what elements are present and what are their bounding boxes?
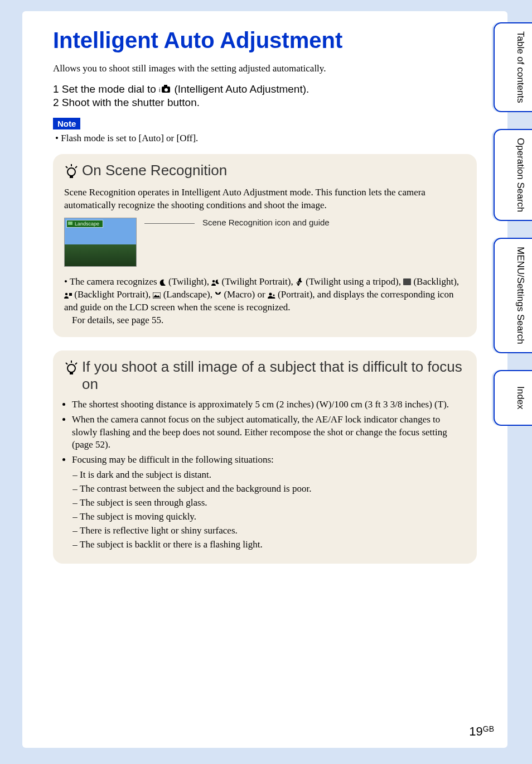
scene-example-row: Landscape Scene Recognition icon and gui… [64, 218, 466, 267]
backlight-icon [403, 278, 411, 285]
rec-detail: For details, see page 55. [64, 314, 163, 327]
svg-point-11 [65, 293, 67, 295]
rec-ls: (Landscape), [163, 289, 215, 300]
tip2-s4: The subject is moving quickly. [80, 511, 466, 523]
tip2-bullets: The shortest shooting distance is approx… [64, 398, 466, 551]
svg-rect-5 [70, 175, 73, 178]
tab-index[interactable]: Index [494, 370, 532, 426]
macro-icon [215, 291, 221, 299]
tip2-b3: Focusing may be difficult in the followi… [72, 454, 466, 551]
side-tabs: Table of contents Operation Search MENU/… [494, 22, 532, 426]
leader-line [144, 223, 195, 231]
step-1-pre: 1 Set the mode dial to [53, 83, 159, 95]
svg-point-10 [297, 281, 299, 282]
tip2-b1: The shortest shooting distance is approx… [72, 398, 466, 411]
svg-point-14 [269, 292, 272, 295]
rec-tw: (Twilight), [168, 276, 211, 287]
tip-difficult-focus: If you shoot a still image of a subject … [53, 350, 477, 564]
rec-pre: • The camera recognizes [64, 276, 159, 287]
tip2-s1: It is dark and the subject is distant. [80, 469, 466, 482]
svg-rect-13 [153, 292, 161, 299]
tip2-heading: If you shoot a still image of a subject … [82, 358, 466, 393]
intro-text: Allows you to shoot still images with th… [53, 63, 477, 74]
lightbulb-icon [64, 361, 79, 377]
svg-point-16 [67, 364, 75, 372]
page-number-value: 19 [469, 724, 482, 738]
tab-operation-search[interactable]: Operation Search [494, 129, 532, 221]
svg-point-2 [165, 88, 168, 92]
svg-rect-1 [164, 85, 167, 87]
tip2-b2: When the camera cannot focus on the subj… [72, 414, 466, 452]
scene-caption: Scene Recognition icon and guide [202, 218, 330, 227]
note-text: • Flash mode is set to [Auto] or [Off]. [53, 133, 477, 144]
twilight-tripod-icon [296, 278, 303, 286]
tip2-s2: The contrast between the subject and the… [80, 483, 466, 496]
svg-line-19 [66, 363, 67, 364]
tip1-heading-row: On Scene Recognition [64, 162, 466, 181]
tip2-s6: The subject is backlit or there is a fla… [80, 539, 466, 551]
tip1-recognizes: • The camera recognizes (Twilight), (Twi… [64, 276, 466, 327]
svg-rect-17 [70, 372, 73, 374]
backlight-portrait-icon [64, 292, 72, 299]
twilight-portrait-icon [211, 279, 219, 286]
svg-rect-12 [69, 293, 72, 296]
landscape-icon [153, 292, 161, 299]
steps-list: 1 Set the mode dial to i (Intelligent Au… [53, 83, 477, 109]
tab-table-of-contents[interactable]: Table of contents [494, 22, 532, 112]
svg-point-15 [273, 294, 274, 296]
step-1-post: (Intelligent Auto Adjustment). [174, 83, 309, 95]
tip2-s5: There is reflective light or shiny surfa… [80, 525, 466, 537]
page-title: Intelligent Auto Adjustment [53, 28, 477, 53]
page-content: Intelligent Auto Adjustment Allows you t… [22, 11, 507, 748]
tip-scene-recognition: On Scene Recognition Scene Recognition o… [53, 154, 477, 337]
portrait-icon [268, 292, 275, 299]
intelligent-auto-icon: i [159, 85, 171, 94]
step-2: 2 Shoot with the shutter button. [53, 97, 477, 109]
tip2-b3-text: Focusing may be difficult in the followi… [72, 454, 274, 465]
page-number-suffix: GB [483, 724, 494, 733]
scene-label-overlay: Landscape [66, 220, 103, 228]
svg-line-20 [75, 363, 77, 364]
rec-twt: (Twilight using a tripod), [306, 276, 403, 287]
tip1-body: Scene Recognition operates in Intelligen… [64, 186, 466, 212]
tip2-heading-row: If you shoot a still image of a subject … [64, 358, 466, 393]
svg-text:i: i [159, 87, 160, 93]
rec-mc: (Macro) or [224, 289, 267, 300]
tip2-sub-bullets: It is dark and the subject is distant. T… [72, 469, 466, 551]
step-1: 1 Set the mode dial to i (Intelligent Au… [53, 83, 477, 95]
scene-example-image: Landscape [64, 218, 137, 267]
lightbulb-icon [64, 164, 79, 181]
tip1-heading: On Scene Recognition [82, 162, 227, 179]
svg-line-8 [75, 166, 77, 168]
twilight-icon [159, 279, 166, 286]
tip2-s3: The subject is seen through glass. [80, 497, 466, 510]
svg-point-9 [212, 280, 215, 282]
rec-twp: (Twilight Portrait), [222, 276, 296, 287]
tab-menu-settings-search[interactable]: MENU/Settings Search [494, 238, 532, 353]
page-number: 19GB [469, 724, 494, 739]
rec-bl: (Backlight), [413, 276, 459, 287]
note-badge: Note [53, 118, 80, 129]
svg-point-4 [67, 168, 75, 176]
svg-line-7 [66, 166, 67, 168]
rec-blp: (Backlight Portrait), [74, 289, 153, 300]
